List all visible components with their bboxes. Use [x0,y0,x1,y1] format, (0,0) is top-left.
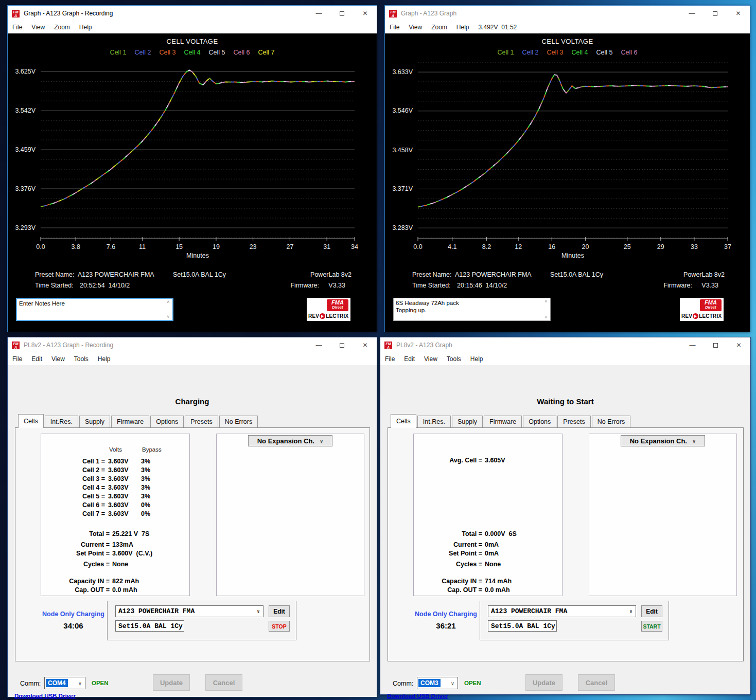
notes-scrollbar: ˄ ˅ [165,299,171,319]
menu-file[interactable]: File [380,355,399,363]
start-button[interactable]: START [641,621,662,632]
time-info-row: Time Started: 20:15:46 14/10/2 Firmware:… [385,282,750,290]
cell-bypass: 3% [141,466,189,474]
expansion-channel-value: No Expansion Ch. [630,437,687,445]
chevron-down-icon: ∨ [692,438,696,444]
menu-file[interactable]: File [8,355,27,363]
expansion-channel-select[interactable]: No Expansion Ch. ∨ [248,435,332,446]
tab-supply[interactable]: Supply [452,416,483,428]
menu-help[interactable]: Help [452,24,474,31]
stop-button[interactable]: STOP [269,621,290,632]
svg-text:3.283V: 3.283V [392,224,413,231]
minimize-button[interactable]: — [307,6,330,21]
menu-view[interactable]: View [419,355,442,363]
menu-edit[interactable]: Edit [27,355,47,363]
cell-volts: 3.603V [108,458,141,465]
update-button[interactable]: Update [525,674,562,691]
close-button[interactable]: ✕ [354,337,377,353]
menu-help[interactable]: Help [93,355,115,363]
menu-zoom[interactable]: Zoom [427,24,452,31]
tab-int-res[interactable]: Int.Res. [417,416,451,428]
cell-bypass: 3% [141,458,189,465]
minimize-button[interactable]: — [307,337,330,353]
setpoint-label: Set Point = [414,550,485,557]
tab-no-errors[interactable]: No Errors [219,416,258,428]
revolectrix-wordmark: REV LECTRIX [681,313,722,319]
maximize-button[interactable] [704,6,727,21]
cell-table-header: Volts Bypass [41,446,189,453]
window-title: PL8v2 - A123 Graph [392,342,452,349]
tab-int-res[interactable]: Int.Res. [45,416,78,428]
menu-tools[interactable]: Tools [69,355,93,363]
menu-file[interactable]: File [385,24,404,31]
preset-settings-field[interactable]: Set15.0A BAL 1Cy [115,620,184,632]
update-button[interactable]: Update [153,674,190,691]
maximize-button[interactable] [704,337,727,353]
edit-button[interactable]: Edit [269,605,290,617]
scroll-down-icon[interactable]: ˅ [544,315,547,320]
preset-select[interactable]: A123 POWERCHAIR FMA ∨ [488,605,636,617]
close-button[interactable]: ✕ [727,6,750,21]
menu-zoom[interactable]: Zoom [49,24,75,31]
tab-cells[interactable]: Cells [391,414,416,428]
expansion-channel-value: No Expansion Ch. [257,437,314,445]
svg-text:27: 27 [286,243,293,250]
cycles-row: Cycles =None [41,560,189,568]
setpoint-row: Set Point =0mA [414,549,562,558]
minimize-button[interactable]: — [680,6,704,21]
preset-name-label: Preset Name: [35,271,74,278]
menu-help[interactable]: Help [75,24,97,31]
comm-port-select[interactable]: COM4 ∨ [44,677,85,689]
preset-select-value: A123 POWERCHAIR FMA [118,607,195,615]
close-button[interactable]: ✕ [354,6,377,21]
total-label: Total = [414,530,485,537]
tab-options[interactable]: Options [150,416,184,428]
svg-text:29: 29 [657,243,664,250]
capacity-in-value: 822 mAh [112,578,189,585]
capacity-in-row: Capacity IN =714 mAh [414,577,562,585]
menu-edit[interactable]: Edit [399,355,419,363]
chevron-down-icon: ∨ [451,680,456,686]
cancel-button[interactable]: Cancel [578,674,615,691]
notes-input[interactable]: Enter Notes Here ˄ ˅ [16,298,173,321]
cell-row-2: Cell 2 =3.603V3% [41,465,189,474]
edit-button[interactable]: Edit [641,605,662,617]
cancel-button[interactable]: Cancel [205,674,242,691]
scroll-up-icon[interactable]: ˄ [167,299,169,304]
setpoint-value: 3.600V (C.V.) [112,550,189,557]
close-button[interactable]: ✕ [727,337,750,353]
preset-settings-field[interactable]: Set15.0A BAL 1Cy [488,620,557,632]
expansion-channel-select[interactable]: No Expansion Ch. ∨ [621,435,705,446]
tab-cells[interactable]: Cells [18,414,44,428]
menu-help[interactable]: Help [466,355,488,363]
svg-text:3.458V: 3.458V [392,147,413,154]
download-usb-driver-link[interactable]: Download USB Driver [14,693,76,699]
notes-input[interactable]: 6S Headway 72Ah pack Topping up. ˄ ˅ [393,298,551,321]
summary-rows: Total =0.000V 6S Current =0mA Set Point … [414,529,562,594]
maximize-button[interactable] [330,6,354,21]
tab-firmware[interactable]: Firmware [111,416,149,428]
preset-select[interactable]: A123 POWERCHAIR FMA ∨ [115,605,263,617]
tab-no-errors[interactable]: No Errors [592,416,630,428]
menu-view[interactable]: View [27,24,49,31]
menu-view[interactable]: View [47,355,69,363]
device-name: PowerLab 8v2 [310,271,351,278]
comm-port-select[interactable]: COM3 ∨ [417,677,458,689]
menu-file[interactable]: File [8,24,27,31]
tab-supply[interactable]: Supply [79,416,110,428]
tab-presets[interactable]: Presets [185,416,218,428]
scroll-up-icon[interactable]: ˄ [544,299,547,304]
scroll-down-icon[interactable]: ˅ [167,314,169,319]
tab-firmware[interactable]: Firmware [484,416,522,428]
menu-view[interactable]: View [404,24,427,31]
chevron-down-icon: ∨ [257,608,263,615]
cell-label: Cell 1 = [41,458,108,465]
menu-tools[interactable]: Tools [442,355,466,363]
minimize-button[interactable]: — [681,337,704,353]
summary-rows: Total =25.221 V 7S Current =133mA Set Po… [41,529,189,594]
maximize-button[interactable] [330,337,354,353]
tab-options[interactable]: Options [523,416,556,428]
download-usb-driver-link[interactable]: Download USB Driver [387,693,448,699]
tab-presets[interactable]: Presets [557,416,590,428]
svg-text:Minutes: Minutes [186,252,209,259]
